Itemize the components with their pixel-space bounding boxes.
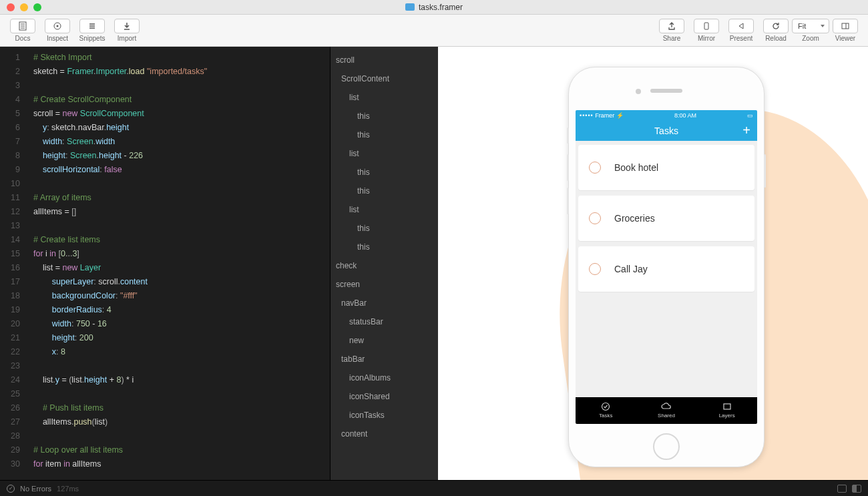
- close-window-button[interactable]: [7, 3, 15, 11]
- task-label: Book hotel: [614, 162, 658, 173]
- wifi-icon: ⚡: [616, 112, 624, 119]
- cloud-icon: [660, 402, 672, 411]
- nav-title: Tasks: [654, 126, 678, 136]
- toolbar-label: Snippets: [79, 35, 105, 42]
- share-icon: [659, 19, 684, 33]
- layer-this[interactable]: this: [331, 182, 438, 200]
- svg-rect-9: [704, 23, 708, 29]
- layer-scroll[interactable]: scroll: [331, 51, 438, 69]
- svg-rect-13: [724, 404, 730, 409]
- framer-file-icon: [405, 3, 415, 11]
- layer-iconTasks[interactable]: iconTasks: [331, 406, 438, 425]
- main-area: 1234567891011121314151617181920212223242…: [0, 47, 868, 480]
- phone-screen[interactable]: ••••• Framer ⚡ 8:00 AM ▭ Tasks + Book ho…: [576, 110, 757, 424]
- layer-list[interactable]: list: [331, 144, 438, 163]
- layer-list[interactable]: list: [331, 200, 438, 219]
- task-card[interactable]: Book hotel: [578, 145, 754, 190]
- editor-code[interactable]: # Sketch Import sketch = Framer.Importer…: [27, 47, 330, 480]
- code-editor[interactable]: 1234567891011121314151617181920212223242…: [0, 47, 330, 480]
- layer-iconShared[interactable]: iconShared: [331, 387, 438, 406]
- task-checkbox[interactable]: [589, 263, 601, 275]
- task-checkbox[interactable]: [589, 162, 601, 174]
- import-button[interactable]: Import: [111, 16, 143, 45]
- toolbar-label: Import: [118, 35, 136, 42]
- traffic-lights: [0, 3, 41, 11]
- toolbar-label: Inspect: [47, 35, 68, 42]
- toolbar-label: Zoom: [802, 35, 819, 42]
- tab-layers[interactable]: Layers: [696, 397, 757, 424]
- viewer-button[interactable]: Viewer: [829, 16, 861, 45]
- titlebar: tasks.framer: [0, 0, 868, 15]
- present-button[interactable]: Present: [725, 16, 757, 45]
- layer-list[interactable]: list: [331, 88, 438, 107]
- zoom-select[interactable]: FitZoom: [795, 16, 827, 45]
- reload-button[interactable]: Reload: [760, 16, 792, 45]
- tab-label: Tasks: [599, 413, 612, 419]
- toolbar-label: Present: [730, 35, 752, 42]
- home-button[interactable]: [653, 433, 680, 460]
- preview-pane: ••••• Framer ⚡ 8:00 AM ▭ Tasks + Book ho…: [438, 47, 868, 480]
- zoom-dropdown[interactable]: Fit: [792, 19, 829, 33]
- layer-this[interactable]: this: [331, 163, 438, 182]
- tab-tasks[interactable]: Tasks: [576, 397, 636, 424]
- svg-point-12: [602, 403, 610, 411]
- layer-this[interactable]: this: [331, 107, 438, 126]
- layer-check[interactable]: check: [331, 256, 438, 275]
- layer-ScrollContent[interactable]: ScrollContent: [331, 69, 438, 88]
- svg-rect-10: [842, 23, 849, 29]
- layer-new[interactable]: new: [331, 331, 438, 350]
- toolbar-label: Viewer: [835, 35, 855, 42]
- layer-statusBar[interactable]: statusBar: [331, 312, 438, 331]
- snippets-icon: [79, 19, 105, 33]
- svg-point-5: [57, 25, 59, 27]
- tab-bar: TasksSharedLayers: [576, 397, 757, 424]
- inspect-button[interactable]: Inspect: [41, 16, 73, 45]
- mirror-icon: [694, 19, 719, 33]
- task-card[interactable]: Groceries: [578, 196, 754, 241]
- task-list[interactable]: Book hotelGroceriesCall Jay: [576, 141, 757, 397]
- toolbar-label: Docs: [15, 35, 31, 42]
- minimize-window-button[interactable]: [20, 3, 28, 11]
- layer-navBar[interactable]: navBar: [331, 294, 438, 312]
- phone-side-button: [567, 128, 569, 144]
- toolbar: DocsInspectSnippetsImport ShareMirrorPre…: [0, 15, 868, 47]
- present-icon: [728, 19, 754, 33]
- battery-icon: ▭: [747, 112, 753, 119]
- add-task-button[interactable]: +: [742, 123, 750, 138]
- layer-tabBar[interactable]: tabBar: [331, 350, 438, 368]
- zoom-window-button[interactable]: [33, 3, 41, 11]
- task-label: Groceries: [614, 213, 655, 224]
- docs-button[interactable]: Docs: [7, 16, 39, 45]
- toolbar-label: Reload: [765, 35, 787, 42]
- panel-toggle-icon[interactable]: [852, 485, 861, 493]
- reload-icon: [763, 19, 789, 33]
- layer-this[interactable]: this: [331, 238, 438, 256]
- task-checkbox[interactable]: [589, 212, 601, 224]
- status-time: 127ms: [57, 485, 79, 493]
- console-toggle-icon[interactable]: [837, 485, 847, 493]
- editor-gutter: 1234567891011121314151617181920212223242…: [0, 47, 27, 480]
- phone-side-button: [764, 154, 766, 188]
- layer-this[interactable]: this: [331, 126, 438, 144]
- phone-side-button: [567, 188, 569, 214]
- phone-speaker: [650, 89, 682, 93]
- nav-bar: Tasks +: [576, 121, 757, 141]
- tab-shared[interactable]: Shared: [636, 397, 697, 424]
- status-carrier: ••••• Framer ⚡: [580, 112, 624, 119]
- layers-panel[interactable]: scrollScrollContentlistthisthislistthist…: [330, 47, 438, 480]
- toolbar-label: Mirror: [698, 35, 715, 42]
- import-icon: [114, 19, 140, 33]
- share-button[interactable]: Share: [656, 16, 688, 45]
- snippets-button[interactable]: Snippets: [76, 16, 108, 45]
- status-ok-icon: ✓: [7, 485, 15, 493]
- phone-mockup: ••••• Framer ⚡ 8:00 AM ▭ Tasks + Book ho…: [568, 67, 765, 467]
- window-title: tasks.framer: [405, 3, 463, 12]
- layer-content[interactable]: content: [331, 425, 438, 443]
- task-label: Call Jay: [614, 264, 648, 274]
- check-icon: [600, 402, 612, 411]
- layer-screen[interactable]: screen: [331, 275, 438, 294]
- task-card[interactable]: Call Jay: [578, 246, 754, 292]
- mirror-button[interactable]: Mirror: [690, 16, 722, 45]
- layer-iconAlbums[interactable]: iconAlbums: [331, 368, 438, 387]
- layer-this[interactable]: this: [331, 219, 438, 238]
